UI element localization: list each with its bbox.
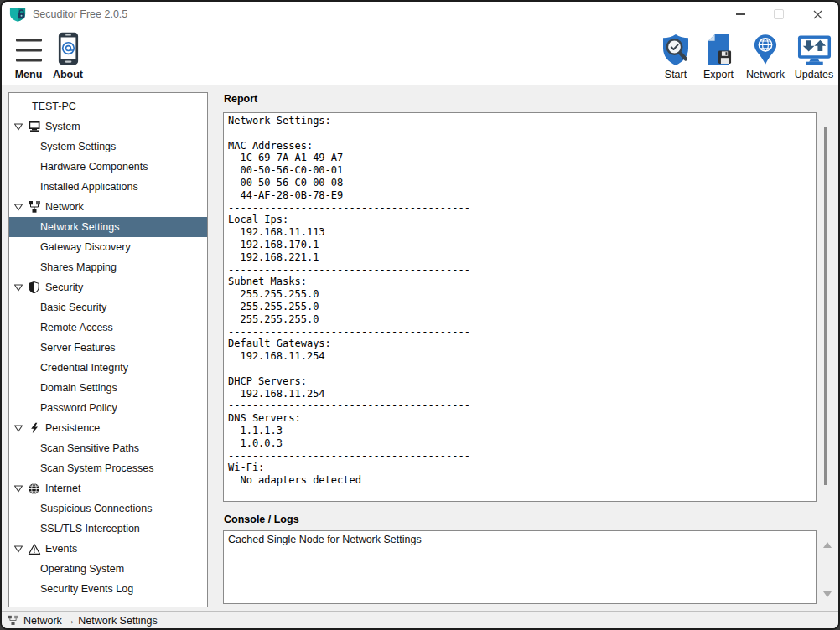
sidebar-item-label: Installed Applications: [40, 181, 138, 193]
sidebar-item-label: Hardware Components: [40, 161, 148, 173]
sidebar-item-label: Basic Security: [40, 302, 106, 313]
sidebar-item-label: Scan System Processes: [40, 462, 153, 474]
network-nodes-icon: [8, 615, 18, 626]
sidebar-item-label: Security: [45, 281, 83, 293]
console-scroll-down-icon[interactable]: [823, 591, 832, 597]
network-button-label: Network: [746, 69, 785, 80]
globe-pin-icon: [753, 31, 778, 66]
updates-button[interactable]: Updates: [791, 31, 837, 80]
navigation-tree: TEST-PC System System Settings Hardware …: [8, 92, 208, 607]
sidebar-item-server-features[interactable]: Server Features: [9, 338, 207, 358]
sidebar-item-label: Remote Access: [40, 322, 113, 333]
sidebar-item-suspicious-connections[interactable]: Suspicious Connections: [9, 498, 207, 519]
shield-half-icon: [27, 281, 41, 294]
sidebar-item-label: Network: [45, 201, 84, 213]
sidebar-item-gateway-discovery[interactable]: Gateway Discovery: [9, 237, 207, 257]
sidebar-item-credential-integrity[interactable]: Credential Integrity: [9, 358, 207, 378]
console-textbox[interactable]: Cached Single Node for Network Settings: [223, 530, 817, 604]
updates-button-label: Updates: [795, 69, 834, 80]
sidebar-item-installed-applications[interactable]: Installed Applications: [9, 177, 207, 197]
sidebar-item-label: Internet: [45, 483, 80, 494]
sidebar-item-network-settings[interactable]: Network Settings: [9, 217, 207, 237]
sidebar-item-security-events-log[interactable]: Security Events Log: [9, 579, 207, 599]
sidebar-item-label: Gateway Discovery: [40, 241, 131, 253]
sidebar-item-ssl-tls-interception[interactable]: SSL/TLS Interception: [9, 519, 207, 539]
window-title: Secuditor Free 2.0.5: [33, 8, 127, 20]
sidebar-item-label: Password Policy: [40, 402, 117, 414]
console-scroll-up-icon[interactable]: [823, 542, 832, 548]
titlebar: Secuditor Free 2.0.5: [2, 2, 838, 27]
network-button[interactable]: Network: [741, 31, 790, 80]
network-nodes-icon: [27, 200, 41, 214]
monitor-arrows-icon: [797, 31, 832, 66]
menu-button[interactable]: Menu: [7, 31, 50, 80]
sidebar-item-label: Suspicious Connections: [40, 503, 152, 514]
sidebar-item-label: Network Settings: [40, 221, 119, 233]
sidebar-item-remote-access[interactable]: Remote Access: [9, 318, 207, 338]
export-button[interactable]: Export: [697, 31, 740, 80]
sidebar-item-basic-security[interactable]: Basic Security: [9, 297, 207, 318]
report-textbox[interactable]: Network Settings: MAC Addresses: 1C-69-7…: [223, 112, 817, 502]
lightning-icon: [27, 421, 41, 435]
phone-at-icon: [56, 31, 80, 66]
collapse-arrow-icon[interactable]: [12, 200, 25, 214]
sidebar-item-internet[interactable]: Internet: [9, 478, 207, 498]
document-save-icon: [705, 31, 733, 66]
sidebar-item-label: Credential Integrity: [40, 362, 128, 374]
sidebar-item-label: Domain Settings: [40, 382, 117, 394]
close-button[interactable]: [798, 2, 837, 27]
sidebar-item-system-settings[interactable]: System Settings: [9, 137, 207, 157]
console-text: Cached Single Node for Network Settings: [228, 534, 422, 545]
maximize-button[interactable]: [760, 2, 798, 27]
sidebar-item-operating-system[interactable]: Operating System: [9, 559, 207, 579]
sidebar-item-events[interactable]: Events: [9, 539, 207, 559]
sidebar-item-security[interactable]: Security: [9, 277, 207, 297]
sidebar-item-label: SSL/TLS Interception: [40, 523, 140, 534]
sidebar-item-shares-mapping[interactable]: Shares Mapping: [9, 257, 207, 277]
sidebar-item-label: Scan Sensitive Paths: [40, 442, 139, 454]
sidebar-item-label: Shares Mapping: [40, 261, 117, 273]
sidebar-item-label: Events: [45, 543, 77, 555]
collapse-arrow-icon[interactable]: [12, 542, 25, 555]
export-button-label: Export: [703, 69, 734, 80]
sidebar-item-scan-system-processes[interactable]: Scan System Processes: [9, 458, 207, 478]
sidebar-item-label: Server Features: [40, 342, 116, 354]
sidebar-item-label: Operating System: [40, 563, 124, 575]
warning-icon: [27, 542, 41, 555]
start-scan-button[interactable]: Start: [656, 31, 696, 80]
globe-icon: [27, 482, 41, 495]
sidebar-item-network[interactable]: Network: [9, 197, 207, 217]
sidebar-item-hardware-components[interactable]: Hardware Components: [9, 157, 207, 177]
status-breadcrumb: Network → Network Settings: [23, 615, 158, 627]
computer-icon: [27, 120, 41, 133]
about-button[interactable]: About: [49, 31, 87, 80]
sidebar-item-domain-settings[interactable]: Domain Settings: [9, 378, 207, 398]
about-button-label: About: [53, 69, 83, 80]
hamburger-menu-icon: [16, 31, 42, 66]
app-window: Secuditor Free 2.0.5 Menu: [0, 0, 840, 630]
window-controls: [721, 2, 837, 27]
report-text: Network Settings: MAC Addresses: 1C-69-7…: [228, 115, 816, 487]
sidebar-item-label: System Settings: [40, 141, 116, 152]
report-heading: Report: [224, 93, 257, 105]
sidebar-item-persistence[interactable]: Persistence: [9, 418, 207, 438]
sidebar-item-scan-sensitive-paths[interactable]: Scan Sensitive Paths: [9, 438, 207, 458]
tree-root-test-pc[interactable]: TEST-PC: [9, 96, 207, 116]
minimize-button[interactable]: [721, 2, 760, 27]
tree-root-label: TEST-PC: [32, 101, 76, 112]
status-bar: Network → Network Settings: [2, 611, 838, 629]
sidebar-item-password-policy[interactable]: Password Policy: [9, 398, 207, 418]
collapse-arrow-icon[interactable]: [12, 120, 25, 133]
menu-button-label: Menu: [15, 69, 43, 80]
shield-magnifier-check-icon: [661, 31, 691, 66]
start-button-label: Start: [665, 69, 687, 80]
collapse-arrow-icon[interactable]: [12, 281, 25, 294]
collapse-arrow-icon[interactable]: [12, 482, 25, 495]
sidebar-item-label: System: [45, 121, 80, 132]
report-scrollbar-thumb[interactable]: [824, 127, 827, 485]
collapse-arrow-icon[interactable]: [12, 421, 25, 435]
sidebar-item-label: Security Events Log: [40, 583, 133, 595]
sidebar-item-label: Persistence: [45, 422, 100, 434]
sidebar-item-system[interactable]: System: [9, 116, 207, 137]
app-shield-lock-icon: [9, 7, 26, 23]
